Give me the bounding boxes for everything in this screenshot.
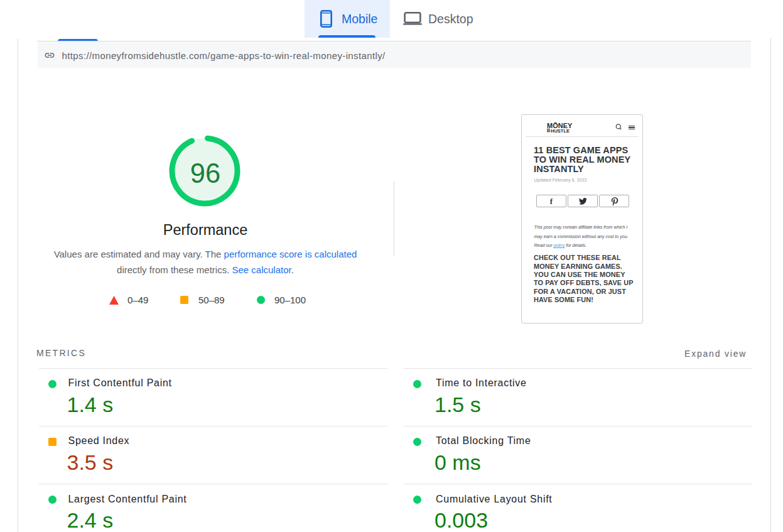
svg-text:96: 96 [190, 158, 220, 188]
